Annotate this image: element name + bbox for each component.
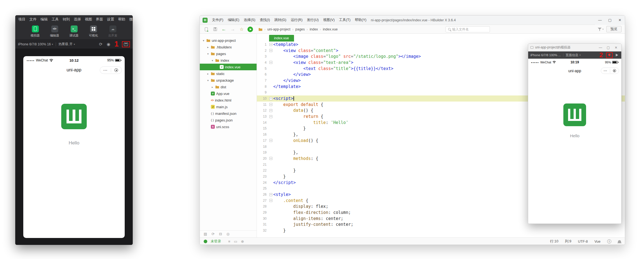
language-mode-label[interactable]: Vue xyxy=(594,240,600,244)
page-info-dropdown[interactable]: 页面信息 ▾ xyxy=(566,53,581,57)
save-icon[interactable] xyxy=(212,26,218,32)
breadcrumb-item[interactable]: index xyxy=(310,27,318,31)
menu-item[interactable]: 选择(S) xyxy=(242,15,258,25)
toolbar-button-visualization[interactable]: 可视化 xyxy=(86,25,101,38)
tree-item-.hbuilderx[interactable]: ▸.hbuilderx xyxy=(200,44,257,50)
simulator-device-selector[interactable]: iPhone 6/7/8 100% ... xyxy=(530,53,561,57)
menu-item[interactable]: 运行(R) xyxy=(288,15,305,25)
fold-toggle-icon[interactable]: − xyxy=(269,115,272,118)
menu-item[interactable]: 项目 xyxy=(16,17,27,22)
menu-item[interactable]: 工具 xyxy=(50,17,61,22)
pin-to-top-icon[interactable] xyxy=(608,53,611,57)
footer-refresh-icon[interactable]: ⟳ xyxy=(211,232,214,236)
close-button[interactable]: ✕ xyxy=(615,15,625,25)
menu-item[interactable]: 发行(U) xyxy=(305,15,321,25)
navigate-forward-icon[interactable]: → xyxy=(230,26,236,32)
login-status[interactable]: 未登录 xyxy=(211,239,221,244)
more-button[interactable]: ⋯ xyxy=(100,68,111,72)
toolbar-button-simulator[interactable]: 模拟器 xyxy=(28,25,42,38)
breadcrumb-item[interactable]: uni-app-project xyxy=(267,27,290,31)
minimize-button[interactable]: — xyxy=(597,46,604,50)
menu-item[interactable]: 文件(F) xyxy=(210,15,226,25)
code-line-32[interactable]: 32 } xyxy=(257,227,625,234)
menu-item[interactable]: 编辑 xyxy=(39,17,50,22)
tree-item-static[interactable]: ▸static xyxy=(200,70,257,77)
tree-item-index.html[interactable]: <>index.html xyxy=(200,97,257,103)
tree-item-uni-app-project[interactable]: ▾uni-app-project xyxy=(200,37,257,44)
tree-item-main.js[interactable]: Jmain.js xyxy=(200,103,257,110)
tab-index-vue[interactable]: index.vue xyxy=(269,35,294,42)
toolbar-button-cloud[interactable]: ☁云开发 xyxy=(106,25,120,38)
exit-button[interactable] xyxy=(111,68,122,72)
tree-item-index[interactable]: ▾index xyxy=(200,57,257,64)
tree-item-pages[interactable]: ▾pages xyxy=(200,50,257,57)
sync-icon[interactable]: ⊕ xyxy=(241,239,244,244)
tree-item-uni.scss[interactable]: Suni.scss xyxy=(200,123,257,130)
detach-window-icon[interactable] xyxy=(124,43,128,46)
footer-files-icon[interactable]: ▤ xyxy=(204,232,207,236)
search-input[interactable] xyxy=(452,27,487,31)
menu-item[interactable]: 视图(V) xyxy=(321,15,337,25)
menu-item[interactable]: 视图 xyxy=(83,17,94,22)
hot-reload-toggle[interactable]: 热重载 开 ▾ xyxy=(58,42,75,46)
run-icon[interactable] xyxy=(247,27,253,32)
fold-toggle-icon[interactable]: − xyxy=(269,61,272,64)
tree-item-index.vue[interactable]: Vindex.vue xyxy=(200,64,257,70)
chevron-down-icon[interactable]: ▾ xyxy=(202,39,205,42)
menu-item[interactable]: 微信开发者工具 xyxy=(127,17,133,22)
preview-button[interactable]: 预览 xyxy=(606,26,622,32)
tree-item-App.vue[interactable]: VApp.vue xyxy=(200,90,257,97)
fold-toggle-icon[interactable]: − xyxy=(269,103,272,106)
fold-toggle-icon[interactable]: − xyxy=(269,199,272,202)
send-to-device-icon[interactable] xyxy=(616,54,618,56)
menu-item[interactable]: 帮助(Y) xyxy=(353,15,369,25)
tree-item-manifest.json[interactable]: { }manifest.json xyxy=(200,110,257,117)
filter-control[interactable]: ▾ xyxy=(598,27,604,31)
info-icon[interactable]: i xyxy=(607,239,611,244)
cursor-column[interactable]: 列:9 xyxy=(565,239,571,244)
menu-item[interactable]: 界面 xyxy=(94,17,105,22)
navigate-back-icon[interactable]: ← xyxy=(221,26,227,32)
fold-toggle-icon[interactable]: − xyxy=(269,193,272,196)
fold-toggle-icon[interactable]: − xyxy=(269,49,272,52)
fold-toggle-icon[interactable]: − xyxy=(269,139,272,142)
close-button[interactable]: ✕ xyxy=(613,46,619,50)
compile-icon[interactable]: ◉ xyxy=(106,42,111,47)
tree-item-unpackage[interactable]: ▾unpackage xyxy=(200,77,257,84)
maximize-button[interactable]: ▢ xyxy=(605,15,615,25)
notification-bell-icon[interactable] xyxy=(618,240,621,243)
chevron-right-icon[interactable]: ▸ xyxy=(211,86,214,89)
toolbar-button-debugger[interactable]: >_调试器 xyxy=(67,25,81,38)
cursor-line[interactable]: 行:10 xyxy=(550,239,558,244)
new-file-icon[interactable] xyxy=(203,26,209,32)
console-icon[interactable]: ▭ xyxy=(234,239,237,244)
menu-item[interactable]: 工具(T) xyxy=(337,15,353,25)
chevron-down-icon[interactable]: ▾ xyxy=(206,79,209,82)
menu-item[interactable]: 设置 xyxy=(105,17,116,22)
footer-collapse-icon[interactable]: ⊟ xyxy=(219,232,222,236)
list-icon[interactable]: ≡ xyxy=(228,239,231,244)
breadcrumb-item[interactable]: pages xyxy=(295,27,305,31)
menu-item[interactable]: 选择 xyxy=(72,17,83,22)
menu-item[interactable]: 文件 xyxy=(27,17,39,22)
refresh-icon[interactable]: ⟳ xyxy=(98,42,103,47)
menu-item[interactable]: 帮助 xyxy=(116,17,127,22)
menu-item[interactable]: 跳转(G) xyxy=(272,15,288,25)
bookmark-star-icon[interactable]: ☆ xyxy=(239,26,245,32)
menu-item[interactable]: 查找(I) xyxy=(257,15,272,25)
breadcrumb-item[interactable]: index.vue xyxy=(323,27,338,31)
minimize-button[interactable]: — xyxy=(595,15,605,25)
chevron-down-icon[interactable]: ▾ xyxy=(206,52,209,55)
fold-toggle-icon[interactable]: − xyxy=(269,109,272,112)
tree-item-pages.json[interactable]: { }pages.json xyxy=(200,117,257,123)
tree-item-dist[interactable]: ▸dist xyxy=(200,84,257,90)
chevron-down-icon[interactable]: ▾ xyxy=(211,59,214,62)
chevron-right-icon[interactable]: ▸ xyxy=(206,46,209,49)
menu-item[interactable]: 编辑(E) xyxy=(226,15,242,25)
more-button[interactable]: ⋯ xyxy=(601,69,610,72)
fold-toggle-icon[interactable]: − xyxy=(269,157,272,160)
footer-locate-icon[interactable]: ◎ xyxy=(226,232,229,236)
maximize-button[interactable]: ▢ xyxy=(605,46,611,50)
chevron-right-icon[interactable]: ▸ xyxy=(206,72,209,75)
device-selector[interactable]: iPhone 6/7/8 100% 16 ▾ xyxy=(18,42,53,46)
